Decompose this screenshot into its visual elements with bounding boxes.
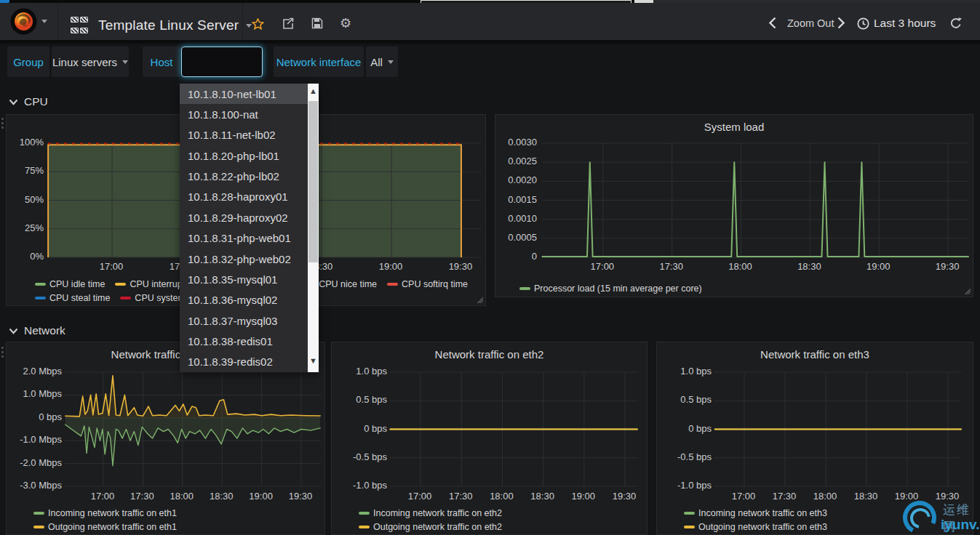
dropdown-item[interactable]: 10.1.8.22-php-lb02 xyxy=(180,166,308,186)
dashboard-title-button[interactable]: Template Linux Server xyxy=(69,15,252,36)
section-label-cpu: CPU xyxy=(24,95,48,108)
interface-filter-label: Network interface xyxy=(274,47,364,77)
dropdown-item[interactable]: 10.1.8.35-mysql01 xyxy=(180,269,308,289)
host-filter-label: Host xyxy=(143,47,180,77)
gear-icon: ⚙ xyxy=(340,17,351,30)
grafana-logo-menu[interactable] xyxy=(10,8,47,35)
system-load-panel[interactable]: System load xyxy=(495,114,973,297)
clock-icon xyxy=(857,17,869,30)
scroll-down-icon[interactable]: ▼ xyxy=(308,355,318,366)
dropdown-scrollbar[interactable]: ▲ ▼ xyxy=(308,84,319,372)
interface-filter-value[interactable]: All xyxy=(366,47,398,77)
watermark-site-url: iyunv.com xyxy=(941,517,980,533)
time-range-label: Last 3 hours xyxy=(874,17,936,30)
chevron-down-icon xyxy=(9,328,18,334)
row-drag-handle[interactable] xyxy=(1,118,4,129)
host-filter-input[interactable] xyxy=(181,47,263,77)
grafana-dashboard: { "navbar": { "title": "Template Linux S… xyxy=(0,0,980,535)
panel-resize-grip[interactable] xyxy=(477,297,483,303)
dropdown-item[interactable]: 10.1.8.11-net-lb02 xyxy=(180,125,308,145)
share-icon xyxy=(282,17,294,30)
dropdown-item[interactable]: 10.1.8.29-haproxy02 xyxy=(180,207,308,228)
star-icon xyxy=(252,18,264,30)
section-label-network: Network xyxy=(24,324,65,337)
dropdown-item[interactable]: 10.1.8.100-nat xyxy=(180,104,308,124)
group-filter-value[interactable]: Linux servers xyxy=(52,47,129,77)
chevron-left-icon xyxy=(769,17,776,29)
host-dropdown-list: 10.1.8.10-net-lb0110.1.8.100-nat10.1.8.1… xyxy=(180,84,308,372)
chevron-right-icon xyxy=(837,17,845,29)
navbar-divider-2 xyxy=(242,3,243,40)
dropdown-item[interactable]: 10.1.8.20-php-lb01 xyxy=(180,145,308,166)
save-icon xyxy=(311,17,323,29)
group-caret-icon xyxy=(122,60,128,64)
zoom-out-button[interactable]: Zoom Out xyxy=(787,17,834,29)
dropdown-item[interactable]: 10.1.8.39-redis02 xyxy=(180,352,308,372)
refresh-button[interactable] xyxy=(949,17,963,30)
section-header-network[interactable]: Network xyxy=(9,324,65,337)
dashboard-title: Template Linux Server xyxy=(98,17,239,33)
row-drag-handle[interactable] xyxy=(1,347,4,358)
logo-caret-icon xyxy=(41,20,47,23)
interface-caret-icon xyxy=(388,60,394,64)
panel-resize-grip[interactable] xyxy=(964,288,971,294)
time-forward-button[interactable] xyxy=(837,17,845,29)
panel-title-eth2[interactable]: Network traffic on eth2 xyxy=(332,348,647,361)
share-dashboard-button[interactable] xyxy=(282,17,294,30)
watermark-logo-icon xyxy=(901,497,940,535)
group-filter-label: Group xyxy=(7,47,49,77)
panel-title-eth3[interactable]: Network traffic on eth3 xyxy=(657,348,973,361)
dropdown-item[interactable]: 10.1.8.28-haproxy01 xyxy=(180,187,308,207)
host-dropdown: 10.1.8.10-net-lb0110.1.8.100-nat10.1.8.1… xyxy=(180,84,319,372)
scroll-up-icon[interactable]: ▲ xyxy=(308,86,318,96)
refresh-icon xyxy=(949,17,963,30)
panel-title-system-load[interactable]: System load xyxy=(495,121,973,133)
navbar-shadow xyxy=(0,40,980,44)
star-dashboard-button[interactable] xyxy=(252,18,264,30)
chevron-down-icon xyxy=(9,99,18,105)
eth2-panel[interactable]: Network traffic on eth2 xyxy=(331,342,648,535)
dropdown-item[interactable]: 10.1.8.36-mysql02 xyxy=(180,290,308,310)
section-header-cpu[interactable]: CPU xyxy=(9,95,48,108)
dropdown-item[interactable]: 10.1.8.31-php-web01 xyxy=(180,228,308,249)
time-range-picker[interactable]: Last 3 hours xyxy=(857,17,936,30)
dropdown-item[interactable]: 10.1.8.10-net-lb01 xyxy=(180,84,308,104)
dropdown-item[interactable]: 10.1.8.37-mysql03 xyxy=(180,310,308,331)
dropdown-item[interactable]: 10.1.8.38-redis01 xyxy=(180,331,308,351)
dropdown-item[interactable]: 10.1.8.32-php-web02 xyxy=(180,249,308,269)
save-dashboard-button[interactable] xyxy=(311,17,323,29)
time-back-button[interactable] xyxy=(769,17,776,29)
grafana-logo-icon xyxy=(10,8,37,35)
navbar: Template Linux Server ⚙ Zoom Out Last 3 … xyxy=(0,3,980,40)
zoom-out-label: Zoom Out xyxy=(787,17,834,29)
navbar-divider xyxy=(57,3,58,40)
site-watermark: 运维网 iyunv.com xyxy=(901,497,980,535)
dashboard-settings-button[interactable]: ⚙ xyxy=(340,17,351,30)
scrollbar-thumb[interactable] xyxy=(308,101,318,262)
dashboard-grid-icon xyxy=(69,15,89,36)
